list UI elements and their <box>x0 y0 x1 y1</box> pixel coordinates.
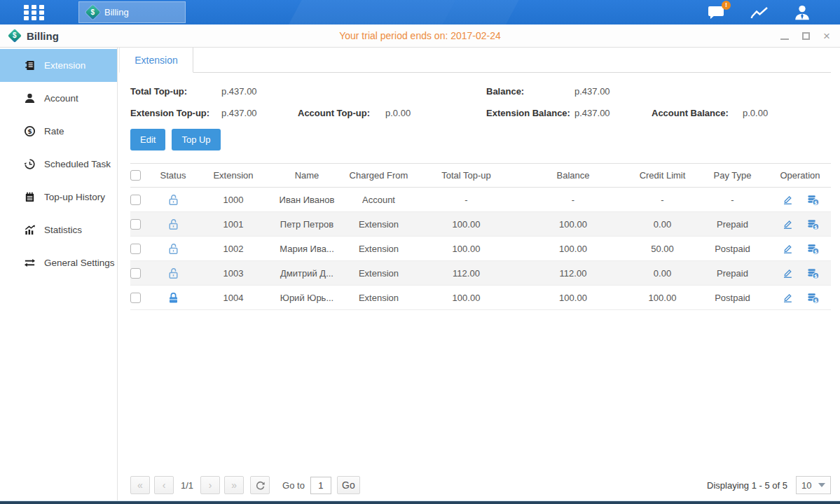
topup-row-icon[interactable]: $ <box>806 267 820 280</box>
notifications-icon[interactable]: ! <box>707 4 727 22</box>
table-row: 1002 Мария Ива... Extension 100.00 100.0… <box>130 237 831 261</box>
table-row: 1000 Иван Иванов Account - - - - $ <box>130 188 831 212</box>
edit-row-icon[interactable] <box>781 291 794 304</box>
table-header-row: Status Extension Name Charged From Total… <box>130 163 831 188</box>
cell-extension: 1002 <box>195 244 272 254</box>
cell-name: Дмитрий Д... <box>272 268 342 279</box>
topup-row-icon[interactable]: $ <box>806 193 820 206</box>
prev-page-button[interactable]: ‹ <box>154 476 174 494</box>
taskbar-bottom-strip <box>0 500 840 504</box>
cell-credit-limit: 0.00 <box>629 268 696 279</box>
refresh-icon[interactable] <box>250 476 270 494</box>
cell-name: Мария Ива... <box>272 244 342 254</box>
cell-pay-type: Prepaid <box>696 219 769 230</box>
extension-status-icon <box>167 291 180 302</box>
resource-monitor-icon[interactable] <box>750 4 769 22</box>
sidebar-item-scheduled-task[interactable]: Scheduled Task <box>0 148 117 181</box>
page-indicator: 1/1 <box>181 480 193 491</box>
last-page-button[interactable]: » <box>224 476 244 494</box>
select-all-checkbox[interactable] <box>130 170 141 181</box>
sidebar-item-topup-history[interactable]: Top-up History <box>0 181 117 214</box>
cell-extension: 1000 <box>195 195 272 205</box>
table-row: 1003 Дмитрий Д... Extension 112.00 112.0… <box>130 261 831 286</box>
total-topup-value: p.437.00 <box>221 86 257 97</box>
pagination-bar: « ‹ 1/1 › » Go to Go Displaying 1 - 5 of… <box>130 476 831 494</box>
cell-total-topup: 100.00 <box>415 293 517 303</box>
extension-balance-label: Extension Balance: <box>486 108 574 118</box>
maximize-button[interactable] <box>801 31 811 41</box>
cell-pay-type: Postpaid <box>696 244 769 254</box>
extension-status-icon <box>167 242 180 253</box>
go-button[interactable]: Go <box>337 476 360 494</box>
window-title: Billing <box>27 30 59 42</box>
account-topup-label: Account Top-up: <box>298 108 385 118</box>
notepad-icon <box>24 191 36 203</box>
edit-row-icon[interactable] <box>781 267 794 279</box>
page-size-select[interactable]: 10 <box>796 476 831 494</box>
total-topup-label: Total Top-up: <box>130 86 221 97</box>
header-name: Name <box>272 170 342 181</box>
apps-grid-icon[interactable] <box>24 5 50 20</box>
edit-row-icon[interactable] <box>781 218 794 230</box>
row-checkbox[interactable] <box>130 293 141 303</box>
row-checkbox[interactable] <box>130 268 141 279</box>
cell-extension: 1004 <box>195 293 272 303</box>
tab-extension[interactable]: Extension <box>119 48 193 73</box>
extension-status-icon <box>167 218 180 228</box>
svg-text:$: $ <box>814 297 818 303</box>
sidebar-item-statistics[interactable]: Statistics <box>0 214 117 246</box>
trial-period-notice: Your trial period ends on: 2017-02-24 <box>0 30 840 41</box>
sidebar-item-label: General Settings <box>44 258 115 268</box>
sidebar-item-extension[interactable]: Extension <box>0 49 117 82</box>
goto-label: Go to <box>282 480 305 491</box>
goto-page-input[interactable] <box>310 477 331 494</box>
user-account-icon[interactable] <box>792 4 812 22</box>
edit-button[interactable]: Edit <box>130 129 165 150</box>
sidebar-item-general-settings[interactable]: General Settings <box>0 246 117 279</box>
account-balance-value: p.0.00 <box>743 108 768 118</box>
cell-balance: 100.00 <box>517 244 629 254</box>
edit-row-icon[interactable] <box>781 242 794 255</box>
balance-summary: Total Top-up: p.437.00 Balance: p.437.00… <box>130 80 831 124</box>
row-checkbox[interactable] <box>130 219 141 230</box>
cell-name: Иван Иванов <box>272 195 342 205</box>
edit-row-icon[interactable] <box>781 193 794 206</box>
sidebar-item-rate[interactable]: $ Rate <box>0 115 117 148</box>
page-size-value: 10 <box>801 480 811 491</box>
account-topup-value: p.0.00 <box>385 108 411 118</box>
topup-button[interactable]: Top Up <box>172 129 220 150</box>
row-checkbox[interactable] <box>130 244 141 254</box>
topup-row-icon[interactable]: $ <box>806 242 820 255</box>
cell-charged-from: Extension <box>342 293 415 303</box>
extension-topup-label: Extension Top-up: <box>130 108 221 118</box>
cell-charged-from: Extension <box>342 268 415 279</box>
first-page-button[interactable]: « <box>130 476 150 494</box>
svg-text:$: $ <box>814 248 818 254</box>
header-credit-limit: Credit Limit <box>629 170 696 181</box>
minimize-button[interactable] <box>780 31 790 41</box>
displaying-count: Displaying 1 - 5 of 5 <box>707 480 787 491</box>
header-balance: Balance <box>517 170 629 181</box>
cell-balance: - <box>517 195 629 205</box>
taskbar-tab-billing[interactable]: $ Billing <box>78 1 186 23</box>
balance-value: p.437.00 <box>574 86 610 97</box>
cell-credit-limit: 50.00 <box>629 244 696 254</box>
header-extension: Extension <box>195 170 272 181</box>
row-checkbox[interactable] <box>130 195 141 205</box>
topup-row-icon[interactable]: $ <box>806 291 820 304</box>
sidebar-item-account[interactable]: Account <box>0 82 117 115</box>
cell-pay-type: Postpaid <box>696 293 769 303</box>
sidebar-item-label: Account <box>44 93 78 104</box>
close-button[interactable]: × <box>822 31 832 41</box>
header-charged-from: Charged From <box>342 170 415 181</box>
header-pay-type: Pay Type <box>696 170 769 181</box>
sliders-icon <box>24 257 36 269</box>
extension-balance-value: p.437.00 <box>574 108 610 118</box>
svg-text:$: $ <box>814 272 818 279</box>
cell-total-topup: 100.00 <box>415 219 517 230</box>
sidebar: Extension Account $ Rate Scheduled Task … <box>0 48 118 500</box>
cell-balance: 112.00 <box>517 268 629 279</box>
topup-row-icon[interactable]: $ <box>806 218 820 231</box>
cell-pay-type: - <box>696 195 769 205</box>
next-page-button[interactable]: › <box>200 476 220 494</box>
